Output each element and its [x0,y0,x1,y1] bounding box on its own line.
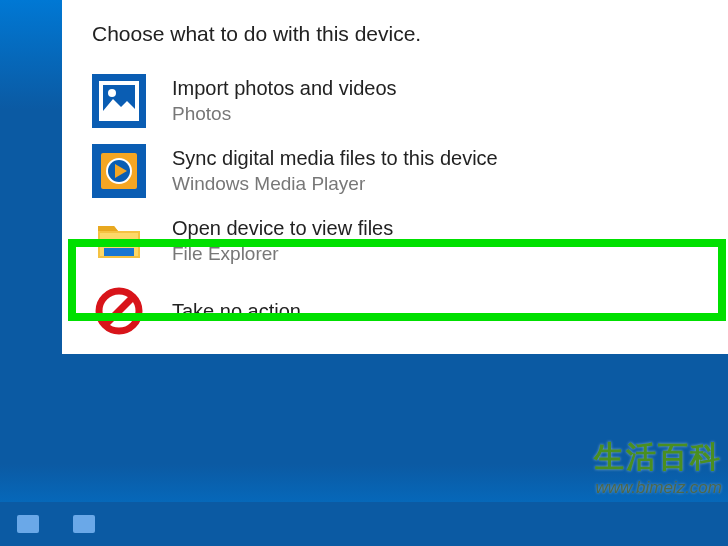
no-action-icon [92,284,146,338]
option-title: Open device to view files [172,215,393,241]
windows-media-player-icon [92,144,146,198]
svg-rect-11 [73,515,95,533]
watermark-text: 生活百科 [594,437,722,478]
watermark: 生活百科 www.bimeiz.com [594,437,722,498]
option-import-photos[interactable]: Import photos and videos Photos [62,66,728,136]
svg-line-9 [106,298,132,324]
option-subtitle: Windows Media Player [172,171,498,198]
photos-icon [92,74,146,128]
dialog-heading: Choose what to do with this device. [62,18,728,66]
file-explorer-icon [92,214,146,268]
option-subtitle: File Explorer [172,241,393,268]
taskbar-app-1[interactable] [0,502,56,546]
option-sync-media[interactable]: Sync digital media files to this device … [62,136,728,206]
svg-point-2 [108,89,116,97]
autoplay-dialog: Choose what to do with this device. Impo… [62,0,728,354]
option-open-file-explorer[interactable]: Open device to view files File Explorer [62,206,728,276]
option-subtitle: Photos [172,101,397,128]
taskbar[interactable] [0,502,728,546]
option-take-no-action[interactable]: Take no action [62,276,728,346]
svg-rect-10 [17,515,39,533]
svg-rect-7 [104,248,134,256]
option-title: Import photos and videos [172,75,397,101]
taskbar-app-2[interactable] [56,502,112,546]
option-title: Sync digital media files to this device [172,145,498,171]
watermark-url: www.bimeiz.com [594,478,722,498]
option-title: Take no action [172,298,301,324]
